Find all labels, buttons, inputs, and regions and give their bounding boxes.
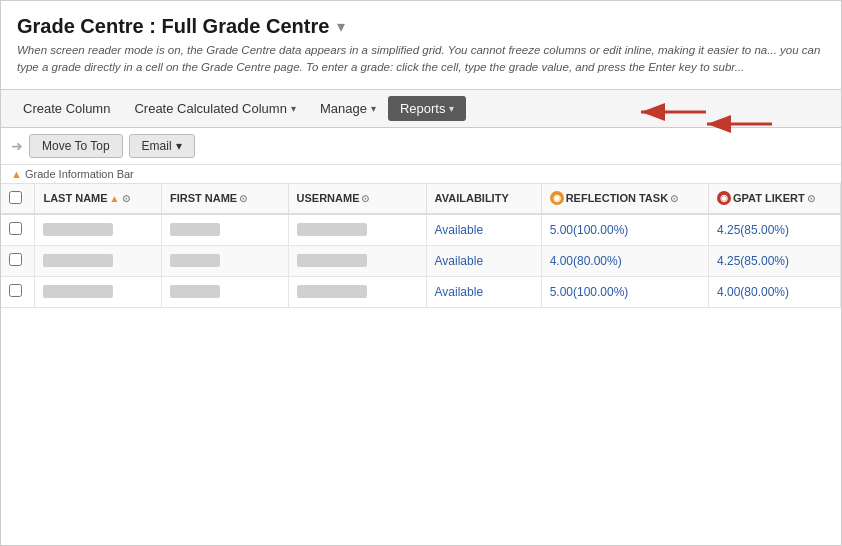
reports-chevron-icon: ▾: [449, 103, 454, 114]
table-row: Available 4.00(80.00%) 4.25(85.00%): [1, 245, 841, 276]
row1-gpat-value: 4.25(85.00%): [717, 223, 789, 237]
row1-lastname-value: [43, 223, 113, 236]
email-button[interactable]: Email ▾: [129, 134, 195, 158]
row1-firstname-value: [170, 223, 220, 236]
row2-availability-link[interactable]: Available: [435, 254, 483, 268]
table-header-row: LAST NAME ▲ ⊙ FIRST NAME ⊙ USERNAME ⊙: [1, 184, 841, 214]
row1-reflection-cell: 5.00(100.00%): [541, 214, 708, 246]
row2-firstname-cell: [161, 245, 288, 276]
col-header-gpat: ◉ GPAT LIKERT ⊙: [708, 184, 840, 214]
row2-checkbox[interactable]: [9, 253, 22, 266]
gpat-col-icon: ◉: [717, 191, 731, 205]
row1-lastname-cell: [35, 214, 162, 246]
grade-table: LAST NAME ▲ ⊙ FIRST NAME ⊙ USERNAME ⊙: [1, 184, 841, 308]
row2-availability-cell: Available: [426, 245, 541, 276]
row3-check-cell: [1, 276, 35, 307]
username-filter-icon[interactable]: ⊙: [361, 193, 369, 204]
grade-information-bar: ▲ Grade Information Bar: [1, 165, 841, 184]
row3-gpat-value: 4.00(80.00%): [717, 285, 789, 299]
reports-button[interactable]: Reports ▾: [388, 96, 467, 121]
row2-firstname-value: [170, 254, 220, 267]
table-row: Available 5.00(100.00%) 4.25(85.00%): [1, 214, 841, 246]
manage-button[interactable]: Manage ▾: [308, 96, 388, 121]
row2-username-value: [297, 254, 367, 267]
grade-table-area: LAST NAME ▲ ⊙ FIRST NAME ⊙ USERNAME ⊙: [1, 184, 841, 308]
row3-firstname-value: [170, 285, 220, 298]
reports-wrapper: Reports ▾ Create Report View Grade Histo…: [388, 96, 467, 121]
row1-username-value: [297, 223, 367, 236]
col-header-username: USERNAME ⊙: [288, 184, 426, 214]
row3-reflection-value: 5.00(100.00%): [550, 285, 629, 299]
select-all-checkbox[interactable]: [9, 191, 22, 204]
row2-username-cell: [288, 245, 426, 276]
row1-check-cell: [1, 214, 35, 246]
row2-lastname-cell: [35, 245, 162, 276]
col-header-reflection: ◉ REFLECTION TASK ⊙: [541, 184, 708, 214]
create-calculated-column-button[interactable]: Create Calculated Column ▾: [122, 96, 307, 121]
reports-arrow-annotation: [631, 92, 711, 132]
reflection-filter-icon[interactable]: ⊙: [670, 193, 678, 204]
create-calc-chevron-icon: ▾: [291, 103, 296, 114]
email-chevron-icon: ▾: [176, 139, 182, 153]
row2-check-cell: [1, 245, 35, 276]
create-column-button[interactable]: Create Column: [11, 96, 122, 121]
col-header-lastname: LAST NAME ▲ ⊙: [35, 184, 162, 214]
col-header-firstname: FIRST NAME ⊙: [161, 184, 288, 214]
move-to-top-button[interactable]: Move To Top: [29, 134, 123, 158]
row1-reflection-value: 5.00(100.00%): [550, 223, 629, 237]
col-header-check: [1, 184, 35, 214]
row2-reflection-cell: 4.00(80.00%): [541, 245, 708, 276]
title-dropdown-icon[interactable]: ▾: [337, 17, 345, 36]
action-bar: ➜ Move To Top Email ▾: [1, 128, 841, 165]
toolbar: Create Column Create Calculated Column ▾…: [1, 89, 841, 128]
col-header-availability: AVAILABILITY: [426, 184, 541, 214]
row3-availability-link[interactable]: Available: [435, 285, 483, 299]
row3-username-cell: [288, 276, 426, 307]
row1-checkbox[interactable]: [9, 222, 22, 235]
row2-reflection-value: 4.00(80.00%): [550, 254, 622, 268]
row2-lastname-value: [43, 254, 113, 267]
row3-lastname-cell: [35, 276, 162, 307]
row1-availability-link[interactable]: Available: [435, 223, 483, 237]
lastname-sort-icon[interactable]: ▲: [110, 193, 120, 204]
reflection-col-icon: ◉: [550, 191, 564, 205]
action-arrow-icon: ➜: [11, 138, 23, 154]
row3-checkbox[interactable]: [9, 284, 22, 297]
lastname-filter-icon[interactable]: ⊙: [122, 193, 130, 204]
row3-lastname-value: [43, 285, 113, 298]
page-description: When screen reader mode is on, the Grade…: [17, 42, 825, 77]
row3-availability-cell: Available: [426, 276, 541, 307]
row3-gpat-cell: 4.00(80.00%): [708, 276, 840, 307]
row2-gpat-cell: 4.25(85.00%): [708, 245, 840, 276]
page-title: Grade Centre : Full Grade Centre: [17, 15, 329, 38]
row3-reflection-cell: 5.00(100.00%): [541, 276, 708, 307]
gpat-filter-icon[interactable]: ⊙: [807, 193, 815, 204]
row3-username-value: [297, 285, 367, 298]
row1-gpat-cell: 4.25(85.00%): [708, 214, 840, 246]
firstname-filter-icon[interactable]: ⊙: [239, 193, 247, 204]
row1-firstname-cell: [161, 214, 288, 246]
row3-firstname-cell: [161, 276, 288, 307]
manage-chevron-icon: ▾: [371, 103, 376, 114]
row1-availability-cell: Available: [426, 214, 541, 246]
row1-username-cell: [288, 214, 426, 246]
table-row: Available 5.00(100.00%) 4.00(80.00%): [1, 276, 841, 307]
row2-gpat-value: 4.25(85.00%): [717, 254, 789, 268]
